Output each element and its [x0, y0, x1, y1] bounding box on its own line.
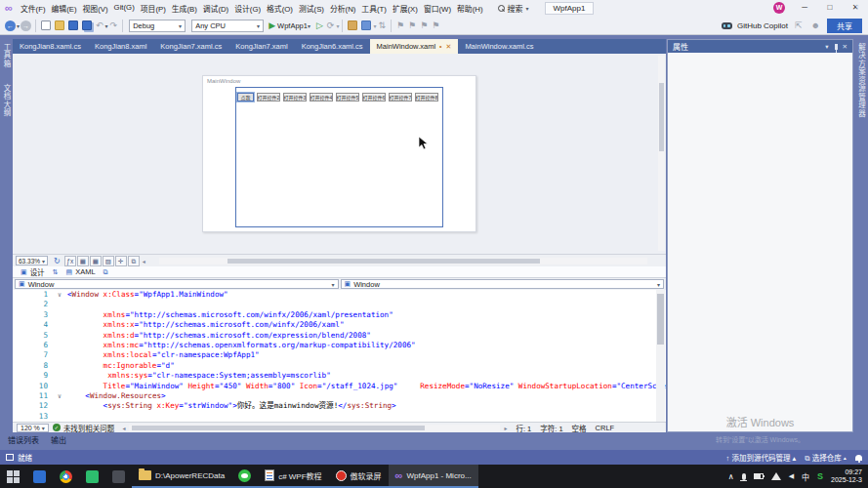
snaplines-icon[interactable]: ✛ [115, 256, 127, 266]
find-in-files-icon[interactable]: ⇅ [378, 20, 386, 32]
split-orientation-button[interactable]: ⧉ [103, 268, 108, 276]
configuration-dropdown[interactable]: Debug▾ [129, 20, 186, 32]
tab-MainWindow.xaml[interactable]: MainWindow.xaml•✕ [370, 39, 459, 54]
editor-horizontal-scrollbar[interactable] [129, 425, 500, 431]
preview-button[interactable]: 打开控件3 [283, 93, 307, 102]
start-debug-icon[interactable]: ▶ [269, 20, 275, 32]
vertical-tab-文档大纲[interactable]: 文档大纲 [0, 80, 13, 121]
preview-button[interactable]: 打开控件5 [336, 93, 359, 102]
designer-horizontal-scrollbar[interactable] [159, 258, 647, 264]
solution-explorer-vertical-tab[interactable]: 解决方案资源管理器 [855, 39, 868, 122]
close-icon[interactable]: ✕ [843, 43, 847, 51]
wifi-icon[interactable] [771, 472, 781, 480]
feedback-icon[interactable]: ⇱ [795, 20, 803, 32]
chevron-down-icon[interactable]: ▾ [17, 22, 20, 29]
tab-KongJian8.xaml.cs[interactable]: KongJian8.xaml.cs [13, 39, 88, 54]
bookmark-next-icon[interactable]: ⚑ [420, 20, 428, 32]
design-view-button[interactable]: ▣ 设计 [21, 266, 45, 277]
live-share-icon[interactable]: ☻ [811, 20, 820, 32]
menu-item-扩展[interactable]: 扩展(X) [390, 3, 421, 14]
tab-KongJian7.xaml[interactable]: KongJian7.xaml [228, 39, 294, 54]
menu-item-调试[interactable]: 调试(D) [200, 3, 231, 14]
effects-toggle-icon[interactable]: ƒx [64, 256, 76, 266]
new-file-icon[interactable] [41, 20, 51, 30]
chevron-down-icon[interactable]: ▾ [308, 22, 310, 29]
menu-item-编辑[interactable]: 编辑(E) [49, 3, 80, 14]
speaker-icon[interactable]: ◀ [789, 472, 794, 480]
line-ending-indicator[interactable]: CRLF [596, 424, 615, 432]
menu-item-生成[interactable]: 生成(B) [169, 3, 200, 14]
add-to-source-control-button[interactable]: ↑ 添加到源代码管理 ▴ [726, 452, 797, 463]
explorer-window[interactable]: D:\ApowerRECData [132, 465, 231, 488]
health-check-icon[interactable]: ✓ [53, 424, 61, 431]
open-folder-icon[interactable] [55, 20, 64, 30]
bookmark-prev-icon[interactable]: ⚑ [408, 20, 416, 32]
visual-studio-window[interactable]: ∞WpfApp1 - Micro... [389, 465, 478, 488]
platform-dropdown[interactable]: Any CPU▾ [191, 20, 264, 32]
menu-item-工具[interactable]: 工具(T) [358, 3, 390, 14]
menu-item-格式[interactable]: 格式(O) [264, 3, 296, 14]
element-dropdown-left[interactable]: ▣ Window▾ [15, 279, 339, 289]
scroll-left-icon[interactable]: ◂ [143, 258, 145, 264]
search-box[interactable]: 搜索 ▾ [494, 2, 533, 15]
undo-icon[interactable]: ↶ [96, 20, 103, 32]
swap-panes-button[interactable]: ⇅ [53, 268, 59, 276]
window-preview[interactable]: 点我打开控件2打开控件3打开控件4打开控件5打开控件6打开控件7打开控件8 [235, 87, 443, 227]
start-without-debug-icon[interactable]: ▷ [316, 20, 323, 32]
preview-button[interactable]: 打开控件8 [415, 93, 438, 102]
xaml-hot-reload-icon[interactable] [361, 20, 371, 30]
preview-button[interactable]: 打开控件7 [389, 93, 412, 102]
live-visual-tree-icon[interactable] [348, 20, 357, 30]
tab-close-icon[interactable]: ✕ [446, 43, 452, 51]
fold-arrow-icon[interactable]: ∨ [52, 391, 67, 401]
calculator-app[interactable] [26, 465, 53, 488]
green-app[interactable] [79, 465, 105, 488]
scroll-left-icon[interactable]: ◂ [122, 425, 125, 431]
minimize-button[interactable]: ─ [792, 0, 817, 16]
preview-button[interactable]: 打开控件2 [257, 93, 280, 102]
tab-KongJian8.xaml[interactable]: KongJian8.xaml [88, 39, 153, 54]
navigate-forward-icon[interactable]: → [21, 20, 31, 31]
tray-expand-icon[interactable]: ∧ [728, 472, 734, 481]
maximize-button[interactable]: □ [817, 0, 843, 16]
refresh-designer-icon[interactable]: ↻ [54, 257, 61, 265]
menu-item-视图[interactable]: 视图(V) [80, 3, 111, 14]
xaml-code-editor[interactable]: 1∨<Window x:Class="WpfApp1.MainWindow"23… [13, 290, 666, 422]
menu-item-Git[interactable]: Git(G) [111, 3, 138, 14]
chevron-down-icon[interactable]: ▾ [336, 22, 339, 29]
dark-app[interactable] [105, 465, 132, 488]
menu-item-分析[interactable]: 分析(N) [327, 3, 358, 14]
tab-KongJian6.xaml.cs[interactable]: KongJian6.xaml.cs [295, 39, 370, 54]
ime-indicator[interactable]: 中 [802, 471, 809, 482]
microphone-icon[interactable] [742, 473, 746, 480]
fold-arrow-icon[interactable]: ∨ [52, 290, 67, 300]
taskbar-clock[interactable]: 09:27 2025-12-3 [831, 468, 862, 485]
hot-reload-icon[interactable]: ⟳ [327, 20, 335, 32]
start-button[interactable] [0, 465, 26, 488]
wechat-window[interactable] [231, 465, 258, 488]
redo-icon[interactable]: ↷ [110, 20, 118, 32]
element-dropdown-right[interactable]: ▣ Window▾ [341, 279, 665, 289]
github-copilot-icon[interactable] [722, 22, 732, 29]
tab-MainWindow.xaml.cs[interactable]: MainWindow.xaml.cs [458, 39, 540, 54]
window-position-icon[interactable]: ▾ [825, 43, 828, 51]
navigate-back-icon[interactable]: ← [5, 20, 16, 31]
share-button[interactable]: 共享 [827, 19, 862, 33]
designer-vertical-scrollbar[interactable] [658, 56, 665, 251]
save-icon[interactable] [68, 20, 78, 30]
chevron-down-icon[interactable]: ▾ [373, 22, 376, 29]
notifications-bell-icon[interactable] [855, 455, 862, 461]
scroll-right-icon[interactable]: ▸ [504, 425, 507, 431]
preview-button[interactable]: 点我 [237, 93, 254, 102]
pin-icon[interactable] [835, 44, 838, 50]
menu-item-项目[interactable]: 项目(P) [138, 3, 169, 14]
start-button-label[interactable]: WpfApp1 [277, 21, 308, 30]
account-avatar[interactable]: W [773, 2, 785, 14]
preview-button[interactable]: 打开控件4 [310, 93, 333, 102]
bookmark-clear-icon[interactable]: ⚑ [432, 20, 439, 32]
sogou-input-icon[interactable]: S [817, 471, 823, 481]
xaml-designer-surface[interactable]: MainWindow 点我打开控件2打开控件3打开控件4打开控件5打开控件6打开… [13, 54, 666, 254]
vertical-tab-工具箱[interactable]: 工具箱 [0, 39, 13, 72]
menu-item-窗口[interactable]: 窗口(W) [421, 3, 454, 14]
menu-item-设计[interactable]: 设计(G) [231, 3, 264, 14]
